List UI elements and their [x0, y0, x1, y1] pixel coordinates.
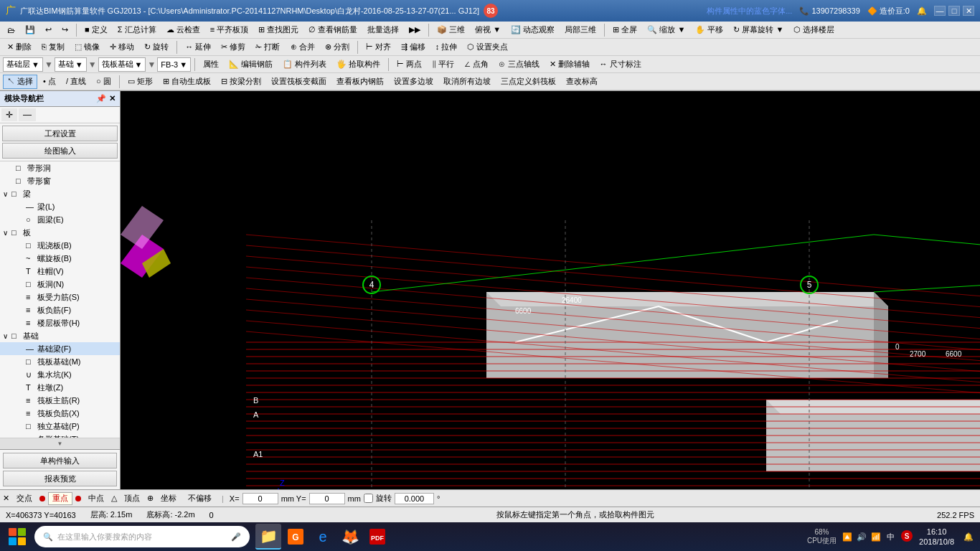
set-slope-button[interactable]: 设置多边坡 — [390, 75, 438, 89]
report-preview-button[interactable]: 报表预览 — [3, 471, 117, 486]
view-inner-rebar-button[interactable]: 查看板内钢筋 — [332, 75, 388, 89]
extend-button[interactable]: ↔ 延伸 — [181, 40, 215, 55]
tree-item-raft[interactable]: □筏板基础(M) — [0, 355, 120, 368]
batch-select-button[interactable]: 批量选择 — [363, 23, 403, 37]
tree-item-beam[interactable]: ∨ □梁 — [0, 187, 120, 200]
start-button[interactable] — [3, 524, 32, 550]
more-button[interactable]: ▶▶ — [405, 23, 425, 37]
tree-item-pit[interactable]: ∪集水坑(K) — [0, 368, 120, 381]
tree-item-slab[interactable]: ∨ □板 — [0, 226, 120, 239]
circle-button[interactable]: ○ 圆 — [92, 75, 116, 89]
find-element-button[interactable]: ⊞ 查找图元 — [254, 23, 303, 37]
tree-item-raft-main-rebar[interactable]: ≡筏板主筋(R) — [0, 394, 120, 407]
merge-button[interactable]: ⊕ 合并 — [286, 40, 319, 55]
tree-item-foundation[interactable]: ∨ □基础 — [0, 329, 120, 342]
snap-no-offset-button[interactable]: 不偏移 — [184, 492, 216, 505]
align-button[interactable]: ⊢ 对齐 — [362, 40, 395, 55]
align-top-button[interactable]: ≡ 平齐板顶 — [206, 23, 253, 37]
parallel-button[interactable]: ∥ 平行 — [428, 57, 458, 72]
volume-icon[interactable]: 🔊 — [857, 532, 867, 542]
tree-item-slab-rebar[interactable]: ≡板受力筋(S) — [0, 291, 120, 303]
taskbar-app-ie[interactable]: e — [310, 524, 336, 550]
tree-item-foundation-beam[interactable]: —基础梁(F) — [0, 342, 120, 355]
dynamic-view-button[interactable]: 🔄 动态观察 — [507, 23, 559, 37]
split-button[interactable]: ⊗ 分割 — [321, 40, 354, 55]
split-beam-button[interactable]: ⊟ 按梁分割 — [217, 75, 265, 89]
x-input[interactable] — [242, 493, 278, 504]
input-method[interactable]: 中 — [887, 532, 895, 542]
notification-button[interactable]: 🔔 — [960, 524, 977, 550]
taskbar-app-pdf[interactable]: PDF — [364, 524, 390, 550]
tree-item-slab-neg[interactable]: ≡板负筋(F) — [0, 303, 120, 316]
tree-item-column-base[interactable]: T柱墩(Z) — [0, 381, 120, 394]
delete-aux-button[interactable]: ✕ 删除辅轴 — [545, 57, 594, 72]
clock-display[interactable]: 16:10 2018/10/8 — [919, 527, 954, 547]
add-button[interactable]: ✛ — [1, 108, 17, 121]
sidebar-close-icon[interactable]: ✕ — [109, 94, 116, 103]
mic-icon[interactable]: 🎤 — [231, 532, 241, 542]
property-button[interactable]: 属性 — [199, 57, 223, 72]
cloud-check-button[interactable]: ☁ 云检查 — [162, 23, 204, 37]
open-button[interactable]: 🗁 — [3, 23, 19, 37]
point-angle-button[interactable]: ∠ 点角 — [460, 57, 493, 72]
two-point-button[interactable]: ⊢ 两点 — [392, 57, 426, 72]
taskbar-app-glodon[interactable]: G — [283, 524, 308, 550]
copy-button[interactable]: ⎘ 复制 — [37, 40, 69, 55]
minimize-button[interactable]: — — [934, 6, 946, 16]
redo-button[interactable]: ↪ — [57, 23, 72, 37]
drawing-input-button[interactable]: 绘图输入 — [2, 143, 118, 159]
snap-coord-button[interactable]: 坐标 — [156, 492, 181, 505]
snap-midpoint-button[interactable]: 重点 — [48, 492, 72, 505]
top-view-button[interactable]: 俯视 ▼ — [471, 23, 505, 37]
remove-button[interactable]: — — [19, 108, 36, 121]
y-input[interactable] — [309, 493, 345, 504]
maximize-button[interactable]: □ — [948, 6, 960, 16]
check-height-button[interactable]: 查改标高 — [562, 75, 602, 89]
pan-button[interactable]: ✋ 平移 — [691, 23, 727, 37]
dimension-button[interactable]: ↔ 尺寸标注 — [595, 57, 646, 72]
project-settings-button[interactable]: 工程设置 — [2, 126, 118, 141]
mirror-button[interactable]: ⬚ 镜像 — [70, 40, 104, 55]
3d-button[interactable]: 📦 三维 — [433, 23, 469, 37]
canvas-area[interactable]: 4 5 6 B A A1 26400 6600 0 2700 6600 330 … — [121, 91, 980, 489]
point-button[interactable]: • 点 — [39, 75, 60, 89]
network-icon[interactable]: 🔼 — [842, 532, 852, 542]
taskbar-app-explorer[interactable]: 📁 — [255, 524, 281, 550]
tree-item-spiral-slab[interactable]: ~螺旋板(B) — [0, 252, 120, 265]
rotate-button[interactable]: ↻ 旋转 — [140, 40, 173, 55]
tree-item-raft-neg-rebar[interactable]: ≡筏板负筋(X) — [0, 407, 120, 420]
floor-select-button[interactable]: ⬡ 选择楼层 — [789, 23, 839, 37]
tree-item-strip-window[interactable]: □带形窗 — [0, 174, 120, 187]
beam-toggle[interactable]: ∨ — [3, 190, 11, 198]
snap-center-button[interactable]: 中点 — [84, 492, 108, 505]
undo-button[interactable]: ↩ — [41, 23, 56, 37]
set-section-button[interactable]: 设置筏板变截面 — [267, 75, 331, 89]
offset-button[interactable]: ⇶ 偏移 — [397, 40, 430, 55]
type-dropdown[interactable]: 基础▼ — [55, 57, 87, 72]
tree-item-beam-l[interactable]: —梁(L) — [0, 200, 120, 213]
slab-toggle[interactable]: ∨ — [3, 229, 11, 237]
screen-rotate-button[interactable]: ↻ 屏幕旋转 ▼ — [729, 23, 788, 37]
tree-item-round-beam[interactable]: ○圆梁(E) — [0, 213, 120, 226]
delete-button[interactable]: ✕ 删除 — [3, 40, 36, 55]
close-button[interactable]: ✕ — [963, 6, 974, 16]
cancel-slope-button[interactable]: 取消所有边坡 — [439, 75, 495, 89]
rotate-input[interactable] — [395, 493, 434, 504]
zoom-button[interactable]: 🔍 缩放 ▼ — [643, 23, 689, 37]
rectangle-button[interactable]: ▭ 矩形 — [123, 75, 157, 89]
tree-item-strip-foundation[interactable]: —条形基础(T) — [0, 433, 120, 438]
tree-item-column-cap[interactable]: T柱帽(V) — [0, 265, 120, 278]
define-button[interactable]: ■ 定义 — [80, 23, 112, 37]
element-dropdown[interactable]: FB-3▼ — [157, 57, 191, 72]
line-button[interactable]: / 直线 — [62, 75, 90, 89]
break-button[interactable]: ✁ 打断 — [251, 40, 284, 55]
tree-item-strip-hole[interactable]: □带形洞 — [0, 161, 120, 174]
wifi-icon[interactable]: 📶 — [871, 532, 881, 542]
tree-item-isolated-foundation[interactable]: □独立基础(P) — [0, 420, 120, 433]
snap-intersection-button[interactable]: 交点 — [12, 492, 37, 505]
calculate-button[interactable]: Σ 汇总计算 — [113, 23, 161, 37]
scrollbar-area[interactable]: ▼ — [0, 438, 120, 449]
three-point-axis-button[interactable]: ⊙ 三点轴线 — [494, 57, 543, 72]
rebar-view-button[interactable]: ∅ 查看钢筋量 — [304, 23, 362, 37]
trim-button[interactable]: ✂ 修剪 — [217, 40, 250, 55]
